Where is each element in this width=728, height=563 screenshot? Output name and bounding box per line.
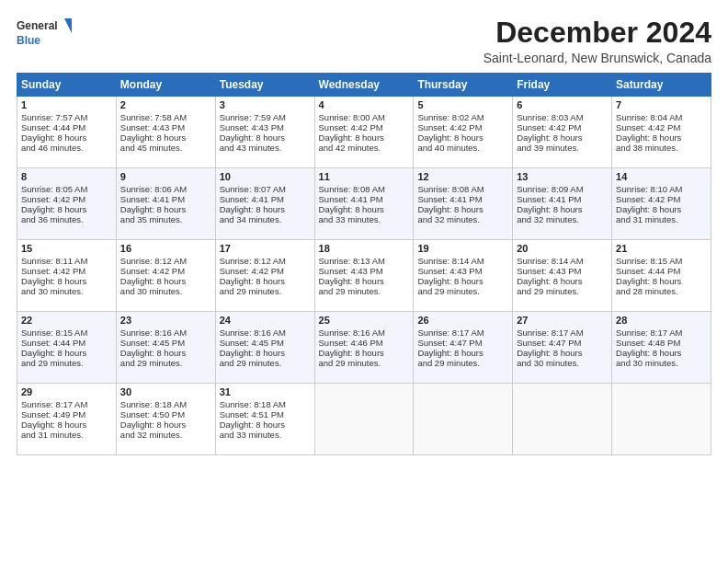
main-title: December 2024 xyxy=(483,17,711,49)
calendar-cell: 6Sunrise: 8:03 AMSunset: 4:42 PMDaylight… xyxy=(513,97,612,168)
day-number: 27 xyxy=(517,315,608,326)
cell-info-line: and 29 minutes. xyxy=(417,286,508,296)
calendar-cell: 26Sunrise: 8:17 AMSunset: 4:47 PMDayligh… xyxy=(414,312,513,384)
cell-info-line: Daylight: 8 hours xyxy=(319,204,410,214)
cell-info-line: Sunset: 4:42 PM xyxy=(616,122,707,132)
calendar-week-3: 15Sunrise: 8:11 AMSunset: 4:42 PMDayligh… xyxy=(17,240,711,312)
day-number: 11 xyxy=(319,171,410,182)
cell-info-line: Sunset: 4:42 PM xyxy=(517,122,608,132)
day-number: 16 xyxy=(120,243,211,254)
cell-info-line: Sunset: 4:50 PM xyxy=(120,409,211,419)
cell-info-line: Sunset: 4:45 PM xyxy=(220,338,311,348)
cell-info-line: Sunrise: 8:16 AM xyxy=(319,327,410,338)
calendar-cell: 2Sunrise: 7:58 AMSunset: 4:43 PMDaylight… xyxy=(116,97,215,168)
cell-info-line: and 30 minutes. xyxy=(21,286,112,296)
cell-info-line: Sunrise: 8:11 AM xyxy=(21,256,112,266)
day-number: 21 xyxy=(616,243,707,254)
cell-info-line: Daylight: 8 hours xyxy=(21,132,112,143)
calendar-week-4: 22Sunrise: 8:15 AMSunset: 4:44 PMDayligh… xyxy=(17,312,711,384)
calendar-cell xyxy=(414,384,513,455)
calendar-cell: 19Sunrise: 8:14 AMSunset: 4:43 PMDayligh… xyxy=(414,240,513,312)
cell-info-line: Sunset: 4:47 PM xyxy=(417,338,508,348)
cell-info-line: Sunrise: 8:15 AM xyxy=(21,327,112,338)
cell-info-line: Sunrise: 8:08 AM xyxy=(319,184,410,194)
cell-info-line: and 29 minutes. xyxy=(319,286,410,296)
cell-info-line: Daylight: 8 hours xyxy=(417,348,508,358)
cell-info-line: and 29 minutes. xyxy=(417,358,508,368)
cell-info-line: Daylight: 8 hours xyxy=(417,132,508,143)
cell-info-line: and 43 minutes. xyxy=(220,143,311,153)
calendar-cell: 29Sunrise: 8:17 AMSunset: 4:49 PMDayligh… xyxy=(17,384,117,455)
cell-info-line: Sunset: 4:41 PM xyxy=(517,194,608,204)
cell-info-line: Daylight: 8 hours xyxy=(21,348,112,358)
cell-info-line: Daylight: 8 hours xyxy=(417,204,508,214)
cell-info-line: Sunrise: 8:17 AM xyxy=(616,327,707,338)
cell-info-line: Daylight: 8 hours xyxy=(220,419,311,430)
cell-info-line: Daylight: 8 hours xyxy=(120,204,211,214)
calendar-cell: 3Sunrise: 7:59 AMSunset: 4:43 PMDaylight… xyxy=(215,97,314,168)
calendar-cell xyxy=(612,384,711,455)
calendar-cell: 27Sunrise: 8:17 AMSunset: 4:47 PMDayligh… xyxy=(513,312,612,384)
subtitle: Saint-Leonard, New Brunswick, Canada xyxy=(483,51,711,65)
header-day-tuesday: Tuesday xyxy=(215,74,314,97)
day-number: 22 xyxy=(21,315,112,326)
cell-info-line: Daylight: 8 hours xyxy=(220,348,311,358)
cell-info-line: and 32 minutes. xyxy=(517,214,608,224)
cell-info-line: and 31 minutes. xyxy=(616,214,707,224)
day-number: 1 xyxy=(21,99,112,110)
cell-info-line: Daylight: 8 hours xyxy=(220,276,311,286)
cell-info-line: and 39 minutes. xyxy=(517,143,608,153)
cell-info-line: and 36 minutes. xyxy=(21,214,112,224)
cell-info-line: and 30 minutes. xyxy=(120,286,211,296)
cell-info-line: Sunset: 4:44 PM xyxy=(21,122,112,132)
cell-info-line: Daylight: 8 hours xyxy=(616,276,707,286)
cell-info-line: Sunrise: 8:05 AM xyxy=(21,184,112,194)
calendar-cell: 12Sunrise: 8:08 AMSunset: 4:41 PMDayligh… xyxy=(414,168,513,240)
day-number: 29 xyxy=(21,386,112,397)
cell-info-line: and 33 minutes. xyxy=(220,430,311,440)
day-number: 31 xyxy=(220,386,311,397)
header-day-saturday: Saturday xyxy=(612,74,711,97)
cell-info-line: Sunset: 4:42 PM xyxy=(21,194,112,204)
cell-info-line: Sunset: 4:44 PM xyxy=(616,266,707,276)
calendar-cell: 15Sunrise: 8:11 AMSunset: 4:42 PMDayligh… xyxy=(17,240,117,312)
cell-info-line: Sunrise: 8:12 AM xyxy=(220,256,311,266)
cell-info-line: Sunset: 4:51 PM xyxy=(220,409,311,419)
cell-info-line: and 31 minutes. xyxy=(21,430,112,440)
cell-info-line: Daylight: 8 hours xyxy=(517,204,608,214)
calendar-cell: 14Sunrise: 8:10 AMSunset: 4:42 PMDayligh… xyxy=(612,168,711,240)
cell-info-line: and 29 minutes. xyxy=(21,358,112,368)
calendar-cell: 23Sunrise: 8:16 AMSunset: 4:45 PMDayligh… xyxy=(116,312,215,384)
cell-info-line: Daylight: 8 hours xyxy=(319,276,410,286)
calendar-header-row: SundayMondayTuesdayWednesdayThursdayFrid… xyxy=(17,74,711,97)
cell-info-line: Sunrise: 8:17 AM xyxy=(21,399,112,409)
day-number: 3 xyxy=(220,99,311,110)
calendar-cell: 4Sunrise: 8:00 AMSunset: 4:42 PMDaylight… xyxy=(314,97,414,168)
day-number: 17 xyxy=(220,243,311,254)
cell-info-line: Sunset: 4:41 PM xyxy=(319,194,410,204)
day-number: 6 xyxy=(517,99,608,110)
calendar-cell: 17Sunrise: 8:12 AMSunset: 4:42 PMDayligh… xyxy=(215,240,314,312)
calendar-cell: 11Sunrise: 8:08 AMSunset: 4:41 PMDayligh… xyxy=(314,168,414,240)
calendar-cell: 24Sunrise: 8:16 AMSunset: 4:45 PMDayligh… xyxy=(215,312,314,384)
cell-info-line: Sunrise: 8:02 AM xyxy=(417,112,508,122)
cell-info-line: Sunrise: 8:16 AM xyxy=(220,327,311,338)
day-number: 5 xyxy=(417,99,508,110)
calendar-cell: 9Sunrise: 8:06 AMSunset: 4:41 PMDaylight… xyxy=(116,168,215,240)
cell-info-line: Sunrise: 7:59 AM xyxy=(220,112,311,122)
cell-info-line: Sunset: 4:41 PM xyxy=(220,194,311,204)
cell-info-line: Sunset: 4:42 PM xyxy=(319,122,410,132)
logo: General Blue xyxy=(17,17,72,50)
calendar-cell: 7Sunrise: 8:04 AMSunset: 4:42 PMDaylight… xyxy=(612,97,711,168)
day-number: 18 xyxy=(319,243,410,254)
header-day-friday: Friday xyxy=(513,74,612,97)
day-number: 12 xyxy=(417,171,508,182)
calendar-cell: 13Sunrise: 8:09 AMSunset: 4:41 PMDayligh… xyxy=(513,168,612,240)
cell-info-line: Sunset: 4:46 PM xyxy=(319,338,410,348)
day-number: 14 xyxy=(616,171,707,182)
calendar-cell: 21Sunrise: 8:15 AMSunset: 4:44 PMDayligh… xyxy=(612,240,711,312)
header-day-wednesday: Wednesday xyxy=(314,74,414,97)
cell-info-line: Daylight: 8 hours xyxy=(120,348,211,358)
cell-info-line: Sunrise: 8:14 AM xyxy=(417,256,508,266)
cell-info-line: Daylight: 8 hours xyxy=(120,276,211,286)
